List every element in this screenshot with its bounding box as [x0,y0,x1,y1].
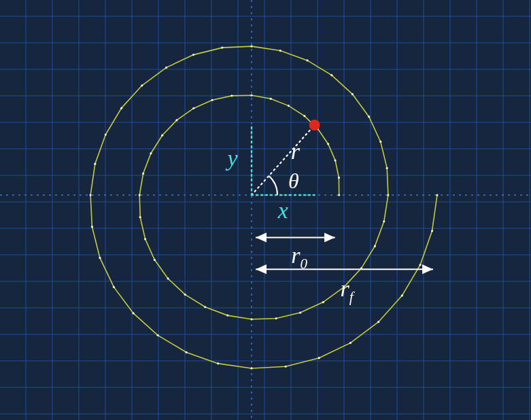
svg-point-73 [383,220,385,222]
svg-point-75 [386,167,388,169]
svg-point-85 [165,67,167,69]
svg-point-51 [230,94,233,97]
svg-point-98 [250,367,252,369]
svg-point-72 [374,245,376,247]
svg-point-89 [94,163,96,165]
label-rf: rf [341,276,356,304]
svg-point-96 [186,351,188,353]
svg-point-67 [275,317,277,319]
grid [0,0,531,420]
svg-point-47 [303,115,305,117]
label-theta: θ [288,169,299,193]
svg-point-69 [322,301,324,303]
svg-point-62 [167,277,169,279]
svg-point-80 [306,59,308,61]
svg-point-94 [132,312,134,314]
svg-point-105 [431,230,433,232]
svg-point-76 [379,141,381,143]
svg-point-102 [377,321,379,323]
svg-point-48 [288,105,290,107]
svg-point-93 [113,286,115,288]
svg-point-44 [334,159,336,161]
sample-point-marker [309,120,320,130]
svg-point-77 [368,116,370,118]
svg-point-60 [144,238,146,240]
svg-point-91 [91,226,93,228]
svg-point-52 [211,99,213,101]
svg-point-78 [352,93,354,95]
svg-point-65 [226,314,228,316]
svg-point-66 [250,318,252,320]
svg-point-95 [157,334,159,336]
svg-point-88 [105,133,107,135]
svg-point-79 [330,74,332,76]
svg-point-43 [338,177,340,179]
svg-point-61 [154,259,156,261]
svg-point-103 [401,294,403,296]
label-r0: r0 [291,243,307,271]
svg-point-86 [141,84,143,86]
svg-point-63 [184,294,186,296]
polar-guides [252,125,315,195]
svg-point-97 [217,362,219,364]
svg-point-56 [150,152,152,154]
svg-point-58 [139,194,141,196]
label-x: x [277,198,288,223]
svg-point-45 [327,143,329,145]
svg-point-106 [436,194,438,196]
svg-point-104 [419,264,421,266]
svg-point-59 [139,216,141,218]
svg-point-53 [192,107,194,109]
svg-point-84 [192,54,194,56]
svg-point-87 [120,107,122,109]
svg-point-82 [250,46,252,48]
svg-point-42 [338,194,340,196]
spiral-diagram: yxrθr0rf [0,0,531,420]
svg-point-54 [175,119,177,121]
svg-point-49 [270,98,272,100]
label-r: r [291,139,301,164]
svg-point-101 [349,342,352,344]
svg-point-74 [387,194,389,196]
svg-point-50 [250,94,252,97]
svg-point-90 [89,194,91,196]
svg-point-83 [221,47,223,49]
svg-point-64 [204,306,206,308]
svg-point-81 [279,50,281,52]
svg-point-92 [99,257,101,259]
svg-point-55 [161,135,163,137]
svg-line-107 [252,125,315,195]
label-y: y [225,145,238,171]
svg-point-100 [318,357,320,359]
svg-point-57 [142,173,144,175]
spiral-curve [90,46,437,368]
svg-point-99 [285,366,287,368]
svg-point-68 [299,311,301,313]
axes-dashed [0,0,531,420]
